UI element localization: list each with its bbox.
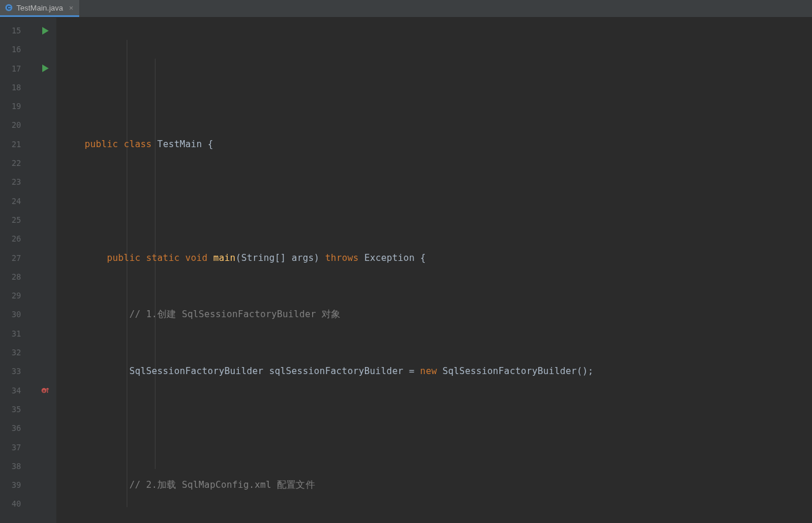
line-number: 18 xyxy=(0,78,34,97)
line-number: 30 xyxy=(0,305,34,324)
line-number: 21 xyxy=(0,135,34,154)
java-class-icon: C xyxy=(5,4,13,12)
line-number: 23 xyxy=(0,172,34,191)
editor: 15 16 17 18 19 20 21 22 23 24 25 26 27 2… xyxy=(0,18,812,523)
code-line[interactable] xyxy=(56,419,812,437)
gutter-markers: o xyxy=(34,18,56,523)
line-number: 34 xyxy=(0,381,34,400)
line-number: 20 xyxy=(0,116,34,134)
close-icon[interactable]: × xyxy=(66,4,73,12)
line-number: 39 xyxy=(0,476,34,494)
line-number: 35 xyxy=(0,400,34,419)
tab-testmain[interactable]: C TestMain.java × xyxy=(0,0,79,17)
line-number: 17 xyxy=(0,59,34,78)
line-number: 28 xyxy=(0,267,34,286)
code-line[interactable] xyxy=(56,192,812,210)
svg-text:o: o xyxy=(42,389,45,393)
tab-bar: C TestMain.java × xyxy=(0,0,812,18)
svg-marker-3 xyxy=(42,64,49,72)
line-number: 33 xyxy=(0,362,34,381)
line-number: 15 xyxy=(0,21,34,40)
line-number: 19 xyxy=(0,97,34,116)
override-up-icon[interactable]: o xyxy=(34,381,56,400)
line-number: 38 xyxy=(0,457,34,476)
line-number: 40 xyxy=(0,494,34,513)
code-line[interactable]: // 1.创建 SqlSessionFactoryBuilder 对象 xyxy=(56,305,812,324)
line-number: 29 xyxy=(0,286,34,305)
line-number: 16 xyxy=(0,40,34,59)
line-number: 37 xyxy=(0,438,34,457)
line-number: 22 xyxy=(0,154,34,172)
line-number: 27 xyxy=(0,249,34,267)
run-class-icon[interactable] xyxy=(34,21,56,40)
line-number: 25 xyxy=(0,210,34,229)
line-number: 24 xyxy=(0,192,34,210)
run-main-icon[interactable] xyxy=(34,59,56,78)
code-area[interactable]: public class TestMain { public static vo… xyxy=(56,18,812,523)
code-line[interactable]: public class TestMain { xyxy=(56,135,812,154)
line-number: 32 xyxy=(0,343,34,362)
code-line[interactable]: // 2.加载 SqlMapConfig.xml 配置文件 xyxy=(56,476,812,494)
svg-marker-2 xyxy=(42,27,49,35)
line-number: 36 xyxy=(0,419,34,437)
tab-filename: TestMain.java xyxy=(16,4,63,12)
line-number-gutter[interactable]: 15 16 17 18 19 20 21 22 23 24 25 26 27 2… xyxy=(0,18,34,523)
svg-text:C: C xyxy=(7,5,11,11)
line-number: 26 xyxy=(0,229,34,248)
code-line[interactable]: public static void main(String[] args) t… xyxy=(56,249,812,267)
line-number: 31 xyxy=(0,324,34,343)
code-line[interactable]: SqlSessionFactoryBuilder sqlSessionFacto… xyxy=(56,362,812,381)
